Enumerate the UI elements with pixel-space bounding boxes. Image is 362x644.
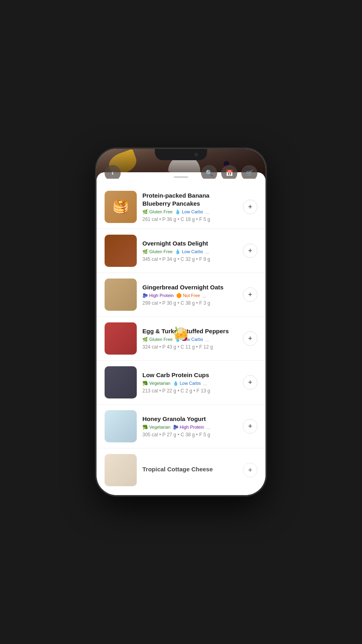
recipe-macros: 305 cal • P 27 g • C 38 g • F 5 g xyxy=(142,432,237,438)
back-button[interactable]: ‹ xyxy=(105,165,121,179)
notch xyxy=(155,149,207,160)
recipe-tag-gluten-free: 🌿 Gluten Free xyxy=(142,249,173,254)
recipe-tag-more: ... xyxy=(206,337,209,342)
recipe-item[interactable]: Overnight Oats Delight🌿 Gluten Free💧 Low… xyxy=(97,229,265,273)
recipe-tag-more: ... xyxy=(202,293,206,298)
recipe-info: Low Carb Protein Cups🥦 Vegetarian💧 Low C… xyxy=(142,371,237,394)
recipe-tag-vegetarian: 🥦 Vegetarian xyxy=(142,425,171,430)
recipe-tag-nut-free: 🟠 Nut Free xyxy=(176,293,200,298)
recipe-name: Protein-packed Banana Blueberry Pancakes xyxy=(142,192,237,207)
recipe-info: Tropical Cottage Cheese xyxy=(142,465,237,475)
recipe-thumbnail xyxy=(105,191,137,223)
add-recipe-button[interactable]: + xyxy=(243,375,257,390)
back-icon: ‹ xyxy=(111,169,113,177)
calendar-icon: 📅 xyxy=(226,169,233,177)
recipe-macros: 345 cal • P 34 g • C 32 g • F 9 g xyxy=(142,256,237,262)
recipe-macros: 324 cal • P 43 g • C 11 g • F 12 g xyxy=(142,344,237,350)
calendar-button[interactable]: 📅 xyxy=(221,165,237,179)
recipe-macros: 261 cal • P 36 g • C 18 g • F 5 g xyxy=(142,217,237,222)
recipe-name: Low Carb Protein Cups xyxy=(142,371,237,379)
recipe-name: Honey Granola Yogurt xyxy=(142,415,237,423)
recipe-tags: 🌿 Gluten Free💧 Low Carbs... xyxy=(142,337,237,342)
recipe-list: Protein-packed Banana Blueberry Pancakes… xyxy=(97,182,265,495)
recipe-thumbnail xyxy=(105,235,137,267)
recipe-item[interactable]: Low Carb Protein Cups🥦 Vegetarian💧 Low C… xyxy=(97,361,265,405)
recipe-name: Tropical Cottage Cheese xyxy=(142,465,237,473)
recipe-thumbnail xyxy=(105,454,137,486)
recipe-info: Overnight Oats Delight🌿 Gluten Free💧 Low… xyxy=(142,239,237,262)
content-sheet: Protein-packed Banana Blueberry Pancakes… xyxy=(97,172,265,495)
add-recipe-button[interactable]: + xyxy=(243,200,257,214)
recipe-info: Honey Granola Yogurt🥦 Vegetarian🫐 High P… xyxy=(142,415,237,438)
phone-frame: ‹ 🔍 📅 🛒 xyxy=(97,149,265,495)
recipe-tag-more: ... xyxy=(203,381,207,386)
recipe-info: Gingerbread Overnight Oats🫐 High Protein… xyxy=(142,283,237,306)
add-recipe-button[interactable]: + xyxy=(243,331,257,346)
recipe-tag-low-carbs: 💧 Low Carbs xyxy=(173,381,201,386)
recipe-item[interactable]: Honey Granola Yogurt🥦 Vegetarian🫐 High P… xyxy=(97,405,265,448)
recipe-tags: 🥦 Vegetarian💧 Low Carbs... xyxy=(142,381,237,386)
cart-button[interactable]: 🛒 xyxy=(241,165,257,179)
recipe-tag-more: ... xyxy=(206,250,209,254)
recipe-macros: 213 cal • P 22 g • C 2 g • F 13 g xyxy=(142,388,237,394)
cart-icon: 🛒 xyxy=(246,169,253,177)
recipe-thumbnail xyxy=(105,410,137,442)
recipe-tag-high-protein: 🫐 High Protein xyxy=(173,425,204,430)
screen-content: ‹ 🔍 📅 🛒 xyxy=(97,149,265,495)
recipe-macros: 299 cal • P 30 g • C 38 g • F 3 g xyxy=(142,300,237,306)
recipe-tags: 🫐 High Protein🟠 Nut Free... xyxy=(142,293,237,298)
recipe-tags: 🌿 Gluten Free💧 Low Carbs... xyxy=(142,249,237,254)
nav-right-group: 🔍 📅 🛒 xyxy=(201,165,257,179)
add-recipe-button[interactable]: + xyxy=(243,244,257,258)
recipe-tag-high-protein: 🫐 High Protein xyxy=(142,293,174,298)
recipe-item[interactable]: Gingerbread Overnight Oats🫐 High Protein… xyxy=(97,273,265,317)
search-icon: 🔍 xyxy=(206,169,213,177)
add-recipe-button[interactable]: + xyxy=(243,419,257,433)
header-nav: ‹ 🔍 📅 🛒 xyxy=(97,165,265,179)
recipe-thumbnail xyxy=(105,279,137,311)
recipe-info: Protein-packed Banana Blueberry Pancakes… xyxy=(142,192,237,222)
add-recipe-button[interactable]: + xyxy=(243,287,257,302)
recipe-thumbnail xyxy=(105,366,137,398)
recipe-tag-vegetarian: 🥦 Vegetarian xyxy=(142,381,171,386)
recipe-tag-more: ... xyxy=(206,425,210,430)
recipe-name: Gingerbread Overnight Oats xyxy=(142,283,237,291)
recipe-tag-gluten-free: 🌿 Gluten Free xyxy=(142,209,173,215)
search-button[interactable]: 🔍 xyxy=(201,165,217,179)
recipe-name: Egg & Turkey Stuffed Peppers xyxy=(142,327,237,335)
notch-camera xyxy=(194,153,198,157)
recipe-info: Egg & Turkey Stuffed Peppers🌿 Gluten Fre… xyxy=(142,327,237,350)
add-recipe-button[interactable]: + xyxy=(243,463,257,477)
recipe-tags: 🌿 Gluten Free💧 Low Carbs... xyxy=(142,209,237,215)
recipe-tags: 🥦 Vegetarian🫐 High Protein... xyxy=(142,425,237,430)
recipe-tag-more: ... xyxy=(206,210,209,215)
recipe-item[interactable]: Tropical Cottage Cheese+ xyxy=(97,448,265,492)
recipe-item[interactable]: Protein-packed Banana Blueberry Pancakes… xyxy=(97,185,265,229)
phone-screen: ‹ 🔍 📅 🛒 xyxy=(97,149,265,495)
recipe-tag-low-carbs: 💧 Low Carbs xyxy=(175,249,203,254)
recipe-tag-low-carbs: 💧 Low Carbs xyxy=(175,209,203,215)
recipe-thumbnail xyxy=(105,322,137,355)
recipe-name: Overnight Oats Delight xyxy=(142,239,237,248)
recipe-tag-gluten-free: 🌿 Gluten Free xyxy=(142,337,173,342)
